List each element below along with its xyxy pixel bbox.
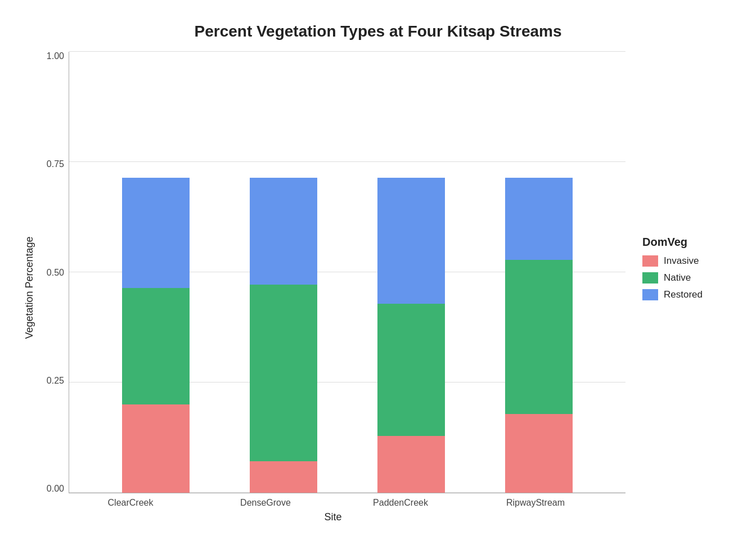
bars-row: [69, 52, 626, 493]
bar-stack: [122, 178, 190, 493]
y-tick-label: 0.75: [47, 160, 64, 169]
y-tick-label: 0.50: [47, 268, 64, 277]
bar-segment-native: [505, 260, 573, 414]
chart-body: Vegetation Percentage 0.000.250.500.751.…: [18, 52, 738, 523]
legend-label: Native: [664, 272, 691, 284]
x-tick-label: ClearCreek: [86, 498, 176, 508]
bar-segment-native: [250, 285, 317, 461]
plot-area: [69, 52, 626, 493]
bar-stack: [250, 178, 317, 493]
bar-segment-restored: [122, 178, 190, 288]
legend-swatch: [642, 272, 658, 284]
plot-area-container: 0.000.250.500.751.00 ClearCreekDenseGrov…: [40, 52, 626, 523]
legend-item: Native: [642, 272, 703, 284]
legend-swatch: [642, 255, 658, 267]
y-ticks: 0.000.250.500.751.00: [40, 52, 69, 493]
legend-label: Restored: [664, 289, 703, 300]
y-axis-label: Vegetation Percentage: [24, 236, 35, 339]
x-tick-label: RipwayStream: [490, 498, 580, 508]
y-tick-label: 1.00: [47, 52, 64, 61]
legend-items: InvasiveNativeRestored: [642, 255, 703, 306]
legend-title: DomVeg: [642, 236, 687, 249]
legend-label: Invasive: [664, 255, 699, 267]
bar-segment-invasive: [377, 436, 445, 493]
bar-group: [494, 52, 584, 493]
bar-group: [366, 52, 456, 493]
y-axis-label-container: Vegetation Percentage: [18, 52, 40, 523]
bar-stack: [377, 178, 445, 493]
bar-stack: [505, 178, 573, 493]
bar-segment-restored: [505, 178, 573, 260]
x-tick-label: PaddenCreek: [356, 498, 446, 508]
bar-segment-invasive: [250, 461, 317, 493]
bar-segment-restored: [250, 178, 317, 285]
plot-with-yaxis: 0.000.250.500.751.00: [40, 52, 626, 493]
bar-segment-invasive: [505, 414, 573, 493]
bar-segment-native: [122, 288, 190, 404]
bar-group: [238, 52, 328, 493]
x-axis-label: Site: [40, 511, 626, 523]
chart-title: Percent Vegetation Types at Four Kitsap …: [194, 22, 561, 40]
bar-segment-invasive: [122, 404, 190, 493]
chart-container: Percent Vegetation Types at Four Kitsap …: [18, 17, 738, 523]
legend-item: Restored: [642, 289, 703, 300]
y-tick-label: 0.00: [47, 484, 64, 493]
legend-container: DomVeg InvasiveNativeRestored: [626, 52, 738, 523]
bar-segment-restored: [377, 178, 445, 304]
bar-group: [111, 52, 201, 493]
y-tick-label: 0.25: [47, 376, 64, 385]
bar-segment-native: [377, 304, 445, 436]
legend-swatch: [642, 289, 658, 300]
legend-item: Invasive: [642, 255, 703, 267]
x-axis-labels: ClearCreekDenseGrovePaddenCreekRipwayStr…: [40, 493, 626, 508]
x-tick-label: DenseGrove: [220, 498, 310, 508]
